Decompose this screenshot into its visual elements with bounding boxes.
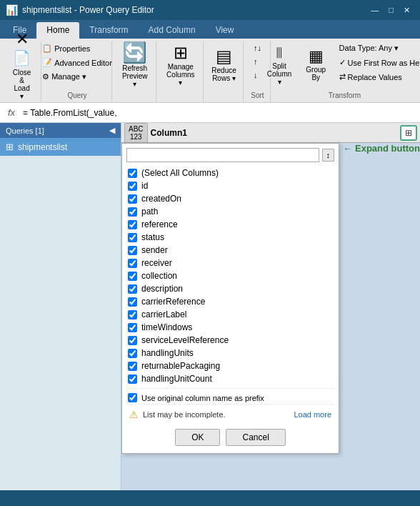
checkbox-item-description[interactable]: description	[126, 282, 334, 295]
checkbox-handlingunits[interactable]	[128, 349, 137, 358]
maximize-button[interactable]: □	[384, 4, 398, 16]
checkbox-item-reference[interactable]: reference	[126, 218, 334, 231]
reduce-rows-icon: ▤	[216, 48, 232, 65]
checkbox-receiver[interactable]	[128, 259, 137, 268]
checkbox-carrierlabel[interactable]	[128, 310, 137, 319]
checkbox-select-all[interactable]	[128, 169, 137, 178]
manage-columns-label: ManageColumns ▾	[166, 63, 194, 86]
manage-button[interactable]: ⚙ Manage ▾	[39, 70, 116, 84]
checkbox-timewindows[interactable]	[128, 323, 137, 332]
annotation-text: Expand button	[355, 143, 420, 154]
checkbox-item-carrierlabel[interactable]: carrierLabel	[126, 308, 334, 321]
checkbox-item-sender[interactable]: sender	[126, 244, 334, 257]
reduce-rows-button[interactable]: ▤ ReduceRows ▾	[205, 41, 242, 89]
tab-add-column[interactable]: Add Column	[139, 22, 206, 39]
dropdown-action-buttons: OK Cancel	[129, 426, 331, 449]
replace-values-button[interactable]: ⇄ Replace Values	[336, 70, 420, 84]
checkbox-item-status[interactable]: status	[126, 231, 334, 244]
checkbox-handlingunitcount[interactable]	[128, 374, 137, 384]
dropdown-search-input[interactable]	[126, 148, 319, 162]
sidebar-item-label: shipmentslist	[18, 142, 67, 152]
column-type-button[interactable]: ABC123	[124, 123, 148, 143]
checkbox-item-returnablepackaging[interactable]: returnablePackaging	[126, 359, 334, 372]
reduce-rows-label: ReduceRows ▾	[211, 66, 236, 82]
group-by-button[interactable]: ▦ GroupBy	[301, 41, 331, 89]
checkbox-label-carrierlabel: carrierLabel	[141, 309, 186, 319]
checkbox-label-path: path	[141, 207, 158, 217]
properties-label: Properties	[54, 44, 90, 53]
advanced-editor-icon: 📝	[42, 58, 52, 67]
sidebar-collapse-icon[interactable]: ◀	[109, 126, 115, 135]
checkbox-label-receiver: receiver	[141, 258, 172, 268]
manage-columns-icon: ⊞	[174, 44, 188, 61]
advanced-editor-button[interactable]: 📝 Advanced Editor	[39, 56, 116, 69]
prefix-checkbox[interactable]	[128, 393, 137, 402]
checkbox-label-carrierreference: carrierReference	[141, 297, 205, 307]
checkbox-reference[interactable]	[128, 220, 137, 229]
sidebar-header: Queries [1] ◀	[0, 123, 121, 138]
checkbox-createdon[interactable]	[128, 194, 137, 204]
dropdown-footer: ⚠ List may be incomplete. Load more OK C…	[126, 404, 334, 449]
checkbox-item-createdon[interactable]: createdOn	[126, 192, 334, 205]
sidebar-item-shipmentslist[interactable]: ⊞ shipmentslist	[0, 138, 121, 156]
column-type-label: ABC123	[129, 125, 144, 141]
column-dropdown-panel: ↕ (Select All Columns) id createdOn	[121, 143, 339, 454]
checkbox-path[interactable]	[128, 207, 137, 217]
ribbon-group-transform: ⫴ SplitColumn ▾ ▦ GroupBy Data Type: Any…	[272, 41, 417, 102]
cancel-button[interactable]: Cancel	[226, 429, 285, 446]
checkbox-item-select-all[interactable]: (Select All Columns)	[126, 167, 334, 179]
manage-columns-button[interactable]: ⊞ ManageColumns ▾	[160, 41, 201, 89]
checkbox-sender[interactable]	[128, 246, 137, 255]
close-load-icon: ✕📄	[13, 30, 31, 68]
ribbon-toolbar: ✕📄 Close &Load ▾ 📋 Properties 📝 Advanced…	[0, 39, 420, 103]
checkbox-id[interactable]	[128, 182, 137, 191]
formula-fx-label: fx	[4, 107, 19, 118]
checkbox-item-carrierreference[interactable]: carrierReference	[126, 295, 334, 308]
checkbox-returnablepackaging[interactable]	[128, 362, 137, 371]
load-more-link[interactable]: Load more	[294, 410, 331, 419]
minimize-button[interactable]: —	[366, 4, 383, 16]
title-bar: 📊 shipmentslist - Power Query Editor — □…	[0, 0, 420, 20]
ribbon-group-reduce-rows: ▤ ReduceRows ▾	[205, 41, 244, 102]
checkbox-item-handlingunits[interactable]: handlingUnits	[126, 347, 334, 359]
close-button[interactable]: ✕	[399, 4, 414, 16]
ok-button[interactable]: OK	[175, 429, 220, 446]
checkbox-description[interactable]	[128, 284, 137, 294]
query-group-label: Query	[67, 90, 86, 99]
checkbox-item-timewindows[interactable]: timeWindows	[126, 321, 334, 334]
data-type-button[interactable]: Data Type: Any ▾	[336, 41, 420, 55]
checkbox-item-servicelevelreference[interactable]: serviceLevelReference	[126, 334, 334, 347]
formula-bar: fx	[0, 103, 420, 123]
checkbox-item-path[interactable]: path	[126, 205, 334, 218]
expand-column-button[interactable]: ⊞	[400, 125, 417, 141]
close-load-button[interactable]: ✕📄 Close &Load ▾	[6, 41, 38, 89]
formula-input[interactable]	[23, 108, 416, 118]
incomplete-message-row: ⚠ List may be incomplete. Load more	[129, 409, 331, 420]
arrow-icon: ←	[343, 143, 352, 154]
tab-home[interactable]: Home	[36, 22, 79, 39]
properties-button[interactable]: 📋 Properties	[39, 41, 116, 55]
checkbox-carrierreference[interactable]	[128, 297, 137, 307]
checkbox-item-id[interactable]: id	[126, 179, 334, 192]
checkbox-servicelevelreference[interactable]	[128, 336, 137, 345]
split-column-button[interactable]: ⫴ SplitColumn ▾	[259, 41, 299, 89]
checkbox-item-collection[interactable]: collection	[126, 269, 334, 282]
checkbox-label-handlingunitcount: handlingUnitCount	[141, 374, 212, 384]
checkbox-item-receiver[interactable]: receiver	[126, 257, 334, 269]
checkbox-status[interactable]	[128, 233, 137, 242]
dropdown-sort-button[interactable]: ↕	[322, 149, 335, 162]
sort-group-label: Sort	[251, 90, 264, 99]
use-first-row-button[interactable]: ✓ Use First Row as He...	[336, 56, 420, 69]
checkbox-collection[interactable]	[128, 272, 137, 281]
tab-transform[interactable]: Transform	[79, 22, 138, 39]
data-type-label: Data Type: Any ▾	[339, 44, 399, 53]
tab-view[interactable]: View	[206, 22, 244, 39]
refresh-preview-button[interactable]: 🔄 RefreshPreview ▾	[116, 41, 154, 89]
ribbon-group-inner-close-load: ✕📄 Close &Load ▾	[6, 41, 38, 98]
sidebar-item-icon: ⊞	[6, 142, 14, 152]
checkbox-label-status: status	[141, 232, 164, 242]
checkbox-item-handlingunitcount[interactable]: handlingUnitCount	[126, 372, 334, 385]
app-icon: 📊	[6, 4, 18, 16]
sort-asc-icon: ↑	[254, 57, 258, 66]
split-column-icon: ⫴	[276, 45, 283, 61]
